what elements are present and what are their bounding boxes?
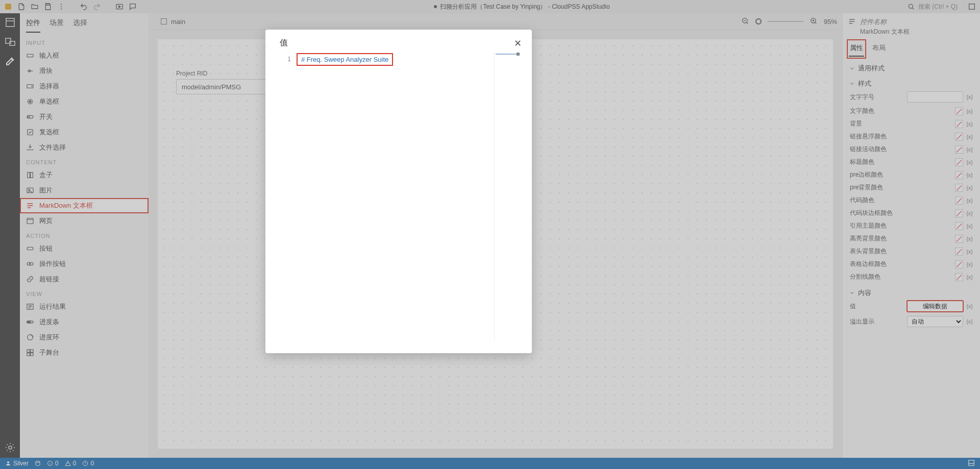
line-number: 1 xyxy=(287,56,291,63)
code-hash: # xyxy=(301,56,307,63)
code-text: Freq. Sweep Analyzer Suite xyxy=(307,56,388,63)
editor-wrap: 1 # Freq. Sweep Analyzer Suite xyxy=(265,53,532,353)
code-line[interactable]: # Freq. Sweep Analyzer Suite xyxy=(298,55,391,64)
editor-minimap[interactable] xyxy=(494,53,520,341)
code-editor[interactable]: 1 # Freq. Sweep Analyzer Suite xyxy=(278,53,520,341)
modal-title: 值 xyxy=(280,38,288,48)
modal-header: 值 ✕ xyxy=(265,30,532,53)
line-gutter: 1 xyxy=(278,53,295,341)
minimap-scroll-thumb[interactable] xyxy=(517,53,520,56)
minimap-content xyxy=(495,53,520,58)
close-icon[interactable]: ✕ xyxy=(512,38,523,48)
code-area[interactable]: # Freq. Sweep Analyzer Suite xyxy=(295,53,494,341)
value-editor-modal: 值 ✕ 1 # Freq. Sweep Analyzer Suite xyxy=(265,30,532,353)
